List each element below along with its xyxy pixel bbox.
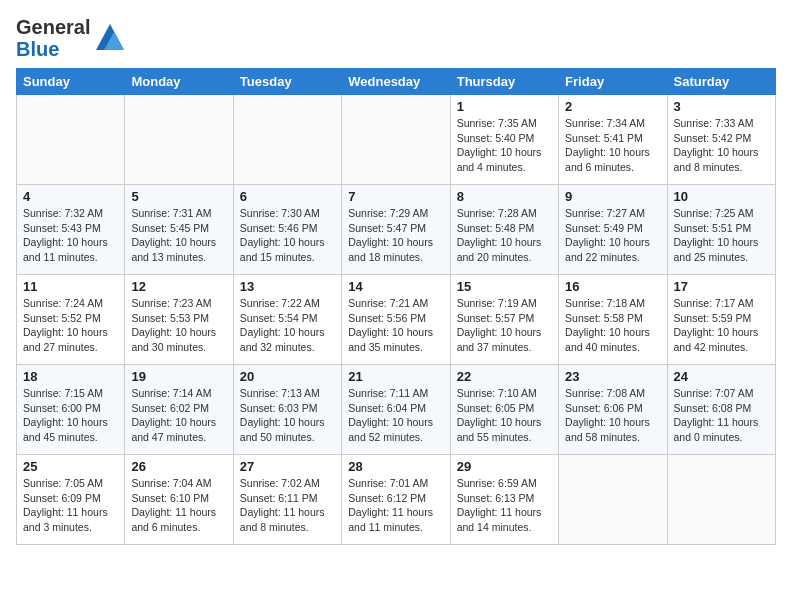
day-number: 1 (457, 99, 552, 114)
day-info: Sunrise: 7:30 AM Sunset: 5:46 PM Dayligh… (240, 206, 335, 265)
day-info: Sunrise: 7:02 AM Sunset: 6:11 PM Dayligh… (240, 476, 335, 535)
day-number: 9 (565, 189, 660, 204)
day-number: 15 (457, 279, 552, 294)
day-info: Sunrise: 7:07 AM Sunset: 6:08 PM Dayligh… (674, 386, 769, 445)
calendar-cell: 2Sunrise: 7:34 AM Sunset: 5:41 PM Daylig… (559, 95, 667, 185)
col-header-friday: Friday (559, 69, 667, 95)
day-number: 3 (674, 99, 769, 114)
day-number: 24 (674, 369, 769, 384)
col-header-tuesday: Tuesday (233, 69, 341, 95)
calendar-cell: 23Sunrise: 7:08 AM Sunset: 6:06 PM Dayli… (559, 365, 667, 455)
day-info: Sunrise: 7:10 AM Sunset: 6:05 PM Dayligh… (457, 386, 552, 445)
calendar-cell (559, 455, 667, 545)
calendar-body: 1Sunrise: 7:35 AM Sunset: 5:40 PM Daylig… (17, 95, 776, 545)
logo-icon (94, 22, 126, 54)
calendar-week-4: 18Sunrise: 7:15 AM Sunset: 6:00 PM Dayli… (17, 365, 776, 455)
day-info: Sunrise: 7:17 AM Sunset: 5:59 PM Dayligh… (674, 296, 769, 355)
calendar-cell: 13Sunrise: 7:22 AM Sunset: 5:54 PM Dayli… (233, 275, 341, 365)
day-info: Sunrise: 7:18 AM Sunset: 5:58 PM Dayligh… (565, 296, 660, 355)
calendar-week-3: 11Sunrise: 7:24 AM Sunset: 5:52 PM Dayli… (17, 275, 776, 365)
calendar-cell (342, 95, 450, 185)
day-number: 16 (565, 279, 660, 294)
calendar-cell: 11Sunrise: 7:24 AM Sunset: 5:52 PM Dayli… (17, 275, 125, 365)
calendar-cell: 12Sunrise: 7:23 AM Sunset: 5:53 PM Dayli… (125, 275, 233, 365)
calendar-cell (125, 95, 233, 185)
col-header-monday: Monday (125, 69, 233, 95)
logo: General Blue (16, 16, 126, 60)
calendar-week-1: 1Sunrise: 7:35 AM Sunset: 5:40 PM Daylig… (17, 95, 776, 185)
page-header: General Blue (16, 16, 776, 60)
day-info: Sunrise: 7:31 AM Sunset: 5:45 PM Dayligh… (131, 206, 226, 265)
col-header-thursday: Thursday (450, 69, 558, 95)
calendar-cell: 1Sunrise: 7:35 AM Sunset: 5:40 PM Daylig… (450, 95, 558, 185)
calendar-header-row: SundayMondayTuesdayWednesdayThursdayFrid… (17, 69, 776, 95)
calendar-cell: 9Sunrise: 7:27 AM Sunset: 5:49 PM Daylig… (559, 185, 667, 275)
day-info: Sunrise: 7:32 AM Sunset: 5:43 PM Dayligh… (23, 206, 118, 265)
day-info: Sunrise: 7:08 AM Sunset: 6:06 PM Dayligh… (565, 386, 660, 445)
calendar-cell: 20Sunrise: 7:13 AM Sunset: 6:03 PM Dayli… (233, 365, 341, 455)
day-number: 7 (348, 189, 443, 204)
day-info: Sunrise: 7:11 AM Sunset: 6:04 PM Dayligh… (348, 386, 443, 445)
calendar-cell: 15Sunrise: 7:19 AM Sunset: 5:57 PM Dayli… (450, 275, 558, 365)
calendar-cell: 22Sunrise: 7:10 AM Sunset: 6:05 PM Dayli… (450, 365, 558, 455)
calendar-cell: 3Sunrise: 7:33 AM Sunset: 5:42 PM Daylig… (667, 95, 775, 185)
day-info: Sunrise: 6:59 AM Sunset: 6:13 PM Dayligh… (457, 476, 552, 535)
calendar-cell: 29Sunrise: 6:59 AM Sunset: 6:13 PM Dayli… (450, 455, 558, 545)
calendar-cell (667, 455, 775, 545)
calendar-cell: 6Sunrise: 7:30 AM Sunset: 5:46 PM Daylig… (233, 185, 341, 275)
day-number: 10 (674, 189, 769, 204)
col-header-sunday: Sunday (17, 69, 125, 95)
day-number: 13 (240, 279, 335, 294)
day-info: Sunrise: 7:19 AM Sunset: 5:57 PM Dayligh… (457, 296, 552, 355)
calendar-cell: 4Sunrise: 7:32 AM Sunset: 5:43 PM Daylig… (17, 185, 125, 275)
day-number: 20 (240, 369, 335, 384)
day-info: Sunrise: 7:25 AM Sunset: 5:51 PM Dayligh… (674, 206, 769, 265)
day-info: Sunrise: 7:05 AM Sunset: 6:09 PM Dayligh… (23, 476, 118, 535)
calendar-cell: 17Sunrise: 7:17 AM Sunset: 5:59 PM Dayli… (667, 275, 775, 365)
calendar-cell: 8Sunrise: 7:28 AM Sunset: 5:48 PM Daylig… (450, 185, 558, 275)
day-number: 2 (565, 99, 660, 114)
day-info: Sunrise: 7:01 AM Sunset: 6:12 PM Dayligh… (348, 476, 443, 535)
day-number: 12 (131, 279, 226, 294)
logo-blue: Blue (16, 38, 90, 60)
day-number: 14 (348, 279, 443, 294)
day-number: 21 (348, 369, 443, 384)
calendar-cell: 10Sunrise: 7:25 AM Sunset: 5:51 PM Dayli… (667, 185, 775, 275)
calendar-cell: 27Sunrise: 7:02 AM Sunset: 6:11 PM Dayli… (233, 455, 341, 545)
calendar-cell: 16Sunrise: 7:18 AM Sunset: 5:58 PM Dayli… (559, 275, 667, 365)
day-number: 28 (348, 459, 443, 474)
day-info: Sunrise: 7:24 AM Sunset: 5:52 PM Dayligh… (23, 296, 118, 355)
logo-general: General (16, 16, 90, 38)
col-header-saturday: Saturday (667, 69, 775, 95)
calendar-cell: 24Sunrise: 7:07 AM Sunset: 6:08 PM Dayli… (667, 365, 775, 455)
day-number: 23 (565, 369, 660, 384)
day-number: 29 (457, 459, 552, 474)
day-number: 4 (23, 189, 118, 204)
day-number: 17 (674, 279, 769, 294)
day-info: Sunrise: 7:22 AM Sunset: 5:54 PM Dayligh… (240, 296, 335, 355)
day-number: 19 (131, 369, 226, 384)
calendar-cell: 14Sunrise: 7:21 AM Sunset: 5:56 PM Dayli… (342, 275, 450, 365)
day-info: Sunrise: 7:13 AM Sunset: 6:03 PM Dayligh… (240, 386, 335, 445)
day-info: Sunrise: 7:04 AM Sunset: 6:10 PM Dayligh… (131, 476, 226, 535)
calendar-cell: 28Sunrise: 7:01 AM Sunset: 6:12 PM Dayli… (342, 455, 450, 545)
day-number: 27 (240, 459, 335, 474)
day-info: Sunrise: 7:23 AM Sunset: 5:53 PM Dayligh… (131, 296, 226, 355)
day-number: 6 (240, 189, 335, 204)
day-info: Sunrise: 7:34 AM Sunset: 5:41 PM Dayligh… (565, 116, 660, 175)
day-info: Sunrise: 7:33 AM Sunset: 5:42 PM Dayligh… (674, 116, 769, 175)
day-number: 25 (23, 459, 118, 474)
calendar-cell: 19Sunrise: 7:14 AM Sunset: 6:02 PM Dayli… (125, 365, 233, 455)
calendar-cell (17, 95, 125, 185)
day-number: 11 (23, 279, 118, 294)
day-info: Sunrise: 7:21 AM Sunset: 5:56 PM Dayligh… (348, 296, 443, 355)
day-info: Sunrise: 7:28 AM Sunset: 5:48 PM Dayligh… (457, 206, 552, 265)
day-number: 5 (131, 189, 226, 204)
calendar-cell (233, 95, 341, 185)
day-info: Sunrise: 7:35 AM Sunset: 5:40 PM Dayligh… (457, 116, 552, 175)
day-info: Sunrise: 7:14 AM Sunset: 6:02 PM Dayligh… (131, 386, 226, 445)
calendar-cell: 18Sunrise: 7:15 AM Sunset: 6:00 PM Dayli… (17, 365, 125, 455)
day-number: 26 (131, 459, 226, 474)
day-info: Sunrise: 7:29 AM Sunset: 5:47 PM Dayligh… (348, 206, 443, 265)
calendar-cell: 5Sunrise: 7:31 AM Sunset: 5:45 PM Daylig… (125, 185, 233, 275)
